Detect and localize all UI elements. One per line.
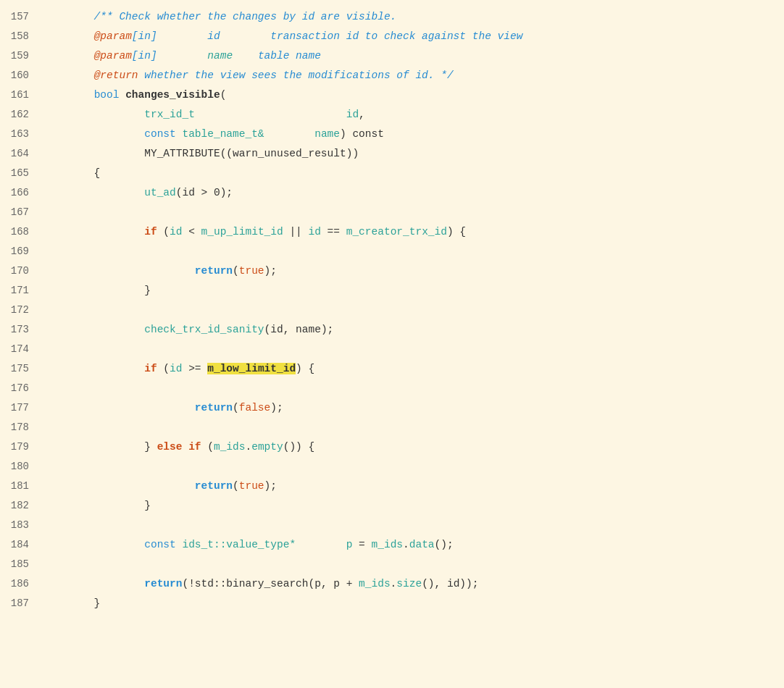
line-number: 175 [0,359,43,379]
line-content: } [43,594,784,613]
line-content: return(true); [43,477,784,496]
code-line: 177 return(false); [0,398,784,418]
code-line: 184 const ids_t::value_type* p = m_ids.d… [0,535,784,555]
code-token: if [188,441,201,453]
line-content: @param[in] name table name [43,46,784,66]
code-token: . [245,441,251,453]
line-content: } else if (m_ids.empty()) { [43,437,784,457]
code-token: [in] [132,30,157,42]
line-content: check_trx_id_sanity(id, name); [43,320,784,340]
code-token: ( [201,441,214,453]
code-line: 164 MY_ATTRIBUTE((warn_unused_result)) [0,144,784,164]
line-number: 187 [0,594,43,613]
line-number: 170 [0,261,43,281]
code-token: == [321,226,346,238]
code-line: 163 const table_name_t& name) const [0,125,784,144]
code-token: table_name_t& [182,128,264,140]
code-token: m_ids [359,578,391,590]
code-token: id [170,363,182,374]
code-token: . [391,578,397,590]
code-token: empty [251,441,283,453]
code-token: @return [94,70,138,81]
code-line: 158 @param[in] id transaction id to chec… [0,27,784,46]
line-content: return(true); [43,261,784,281]
code-token: id [170,226,182,238]
code-token [182,441,188,453]
line-content: /** Check whether the changes by id are … [43,7,784,27]
code-token [296,539,346,550]
line-content: } [43,496,784,516]
code-line: 162 trx_id_t id, [0,105,784,125]
line-content: const table_name_t& name) const [43,125,784,144]
line-number: 163 [0,125,43,144]
code-token: ) { [447,226,466,238]
line-number: 182 [0,496,43,516]
code-line: 160 @return whether the view sees the mo… [0,66,784,85]
code-token: MY_ATTRIBUTE((warn_unused_result)) [144,148,359,159]
code-token: /** Check whether the changes by id are … [43,11,396,22]
line-number: 161 [0,85,43,105]
code-token: name [314,128,340,140]
line-content: bool changes_visible( [43,85,784,105]
line-number: 177 [0,398,43,418]
code-token: name [207,50,233,62]
code-token: m_creator_trx_id [346,226,447,238]
code-token: data [409,539,435,550]
code-token [157,50,208,62]
line-content: return(false); [43,398,784,418]
code-token [43,363,144,374]
line-number: 185 [0,555,43,574]
line-content: } [43,281,784,301]
code-token: false [239,402,271,414]
code-token: if [144,363,157,374]
code-line: 165 { [0,164,784,183]
code-token: changes_visible [125,89,220,101]
code-line: 173 check_trx_id_sanity(id, name); [0,320,784,340]
code-token [43,539,144,550]
code-token [43,402,195,414]
line-content: @return whether the view sees the modifi… [43,66,784,85]
code-token: true [239,480,264,492]
code-line: 182 } [0,496,784,516]
code-token: || [283,226,309,238]
code-editor: 157 /** Check whether the changes by id … [0,0,784,688]
code-token: { [43,167,100,179]
code-line: 187 } [0,594,784,613]
code-token: , [359,109,365,120]
code-token: return [195,402,233,414]
code-line: 175 if (id >= m_low_limit_id) { [0,359,784,379]
line-content: @param[in] id transaction id to check ag… [43,27,784,46]
code-token [119,89,125,101]
line-number: 180 [0,457,43,477]
line-number: 184 [0,535,43,555]
code-token: const [144,128,176,140]
code-line: 169 [0,242,784,261]
code-token: . [403,539,409,550]
code-token [43,226,144,238]
code-token: ( [233,480,239,492]
code-token [43,480,195,492]
code-token: ) const [340,128,384,140]
line-content: MY_ATTRIBUTE((warn_unused_result)) [43,144,784,164]
line-number: 167 [0,203,43,222]
code-token: ( [157,363,170,374]
code-token: return [195,480,233,492]
code-token: @param [94,50,132,62]
code-token: return [195,265,233,277]
line-content: return(!std::binary_search(p, p + m_ids.… [43,574,784,594]
code-line: 157 /** Check whether the changes by id … [0,7,784,27]
code-line: 171 } [0,281,784,301]
code-line: 185 [0,555,784,574]
code-token: true [239,265,264,277]
line-content: if (id < m_up_limit_id || id == m_creato… [43,222,784,242]
code-token: (id, name); [264,324,334,335]
line-number: 183 [0,516,43,535]
code-token: ( [233,402,239,414]
line-number: 169 [0,242,43,261]
code-token: @param [94,30,132,42]
code-token [43,128,144,140]
code-line: 186 return(!std::binary_search(p, p + m_… [0,574,784,594]
code-token: ); [264,265,277,277]
line-number: 172 [0,301,43,320]
line-number: 165 [0,164,43,183]
